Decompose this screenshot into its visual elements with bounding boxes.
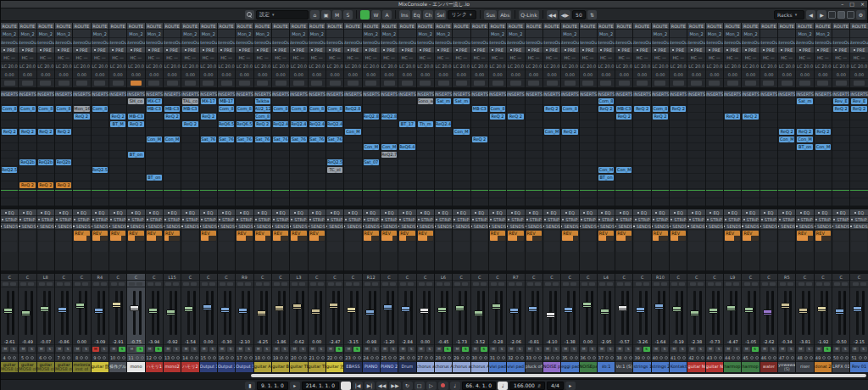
edit-channel-button[interactable] bbox=[816, 282, 822, 286]
edit-channel-button[interactable] bbox=[147, 282, 153, 286]
automation-button[interactable] bbox=[136, 282, 142, 286]
insert-slot[interactable]: MB-C3 bbox=[164, 105, 181, 113]
insert-slot[interactable] bbox=[398, 198, 415, 206]
transport-expand-button[interactable]: ▸ bbox=[565, 382, 576, 390]
input-routing[interactable]: Mon_2 bbox=[200, 30, 217, 38]
solo-button[interactable]: S bbox=[264, 347, 270, 352]
monitor-icon[interactable] bbox=[190, 356, 193, 359]
phase-button[interactable] bbox=[456, 81, 467, 86]
output-routing[interactable]: StereoOut bbox=[489, 38, 506, 47]
level-value[interactable]: -1.38 bbox=[561, 338, 578, 345]
pan-control[interactable]: C bbox=[670, 274, 687, 281]
level-value[interactable]: -0.28 bbox=[489, 338, 506, 345]
insert-slot[interactable] bbox=[561, 166, 578, 174]
insert-slot[interactable] bbox=[615, 128, 632, 136]
insert-slot[interactable] bbox=[236, 198, 253, 206]
automation-button[interactable] bbox=[462, 282, 468, 286]
insert-slot[interactable] bbox=[1, 98, 18, 105]
output-routing[interactable]: StereoOut bbox=[760, 38, 777, 47]
fader-track[interactable] bbox=[441, 291, 443, 335]
send-chip[interactable]: REV bbox=[273, 231, 288, 241]
mute-button[interactable]: M bbox=[798, 347, 804, 352]
monitor-icon[interactable] bbox=[497, 356, 500, 359]
solo-button[interactable]: S bbox=[155, 347, 162, 352]
insert-slot[interactable] bbox=[127, 181, 144, 189]
monitor-icon[interactable] bbox=[262, 356, 265, 359]
insert-slot[interactable]: Con_M bbox=[543, 128, 560, 136]
record-arm-icon[interactable] bbox=[773, 356, 776, 359]
insert-slot[interactable] bbox=[687, 113, 704, 120]
highcut-field[interactable]: HC — bbox=[127, 53, 144, 62]
pregain-field[interactable]: 0.00 bbox=[326, 70, 343, 79]
monitor-icon[interactable] bbox=[407, 356, 410, 359]
rack-strip-header[interactable]: STRIP bbox=[272, 216, 289, 223]
right-locator-display[interactable]: 66. 4. 1. 0 bbox=[462, 382, 497, 390]
automation-button[interactable] bbox=[787, 282, 793, 286]
insert-slot[interactable] bbox=[363, 198, 380, 206]
insert-slot[interactable] bbox=[633, 191, 650, 198]
insert-slot[interactable] bbox=[471, 166, 488, 174]
channel-strip[interactable]: ROUTE StereoOut PRE HC — LC 20.0 0.00 IN… bbox=[326, 23, 344, 372]
insert-slot[interactable] bbox=[526, 113, 542, 120]
rack-strip-header[interactable]: STRIP bbox=[742, 216, 759, 223]
rack-inserts-header[interactable]: INSERTS bbox=[417, 91, 434, 98]
lowcut-field[interactable]: LC 20.0 bbox=[778, 62, 795, 70]
level-value[interactable]: -4.25 bbox=[254, 338, 271, 345]
send-slot-1[interactable] bbox=[2, 231, 17, 241]
insert-slot[interactable] bbox=[236, 113, 253, 120]
mute-button[interactable]: M bbox=[418, 347, 425, 352]
insert-slot[interactable] bbox=[92, 143, 108, 151]
input-routing[interactable]: Mon_2 bbox=[290, 30, 307, 38]
highcut-field[interactable]: HC — bbox=[633, 53, 650, 62]
input-routing[interactable]: Mon_2 bbox=[254, 30, 271, 38]
level-value[interactable]: -2.47 bbox=[326, 338, 343, 345]
lowcut-field[interactable]: LC 20.0 bbox=[272, 62, 289, 70]
rack-inserts-header[interactable]: INSERTS bbox=[652, 91, 669, 98]
insert-slot[interactable] bbox=[453, 174, 470, 181]
monitor-icon[interactable] bbox=[714, 356, 717, 359]
insert-chip[interactable]: Con_M bbox=[364, 144, 379, 150]
rack-inserts-header[interactable]: INSERTS bbox=[850, 91, 867, 98]
channel-name[interactable]: harmop off bbox=[742, 362, 759, 372]
send-level-bar[interactable] bbox=[201, 236, 216, 241]
insert-slot[interactable] bbox=[363, 120, 380, 128]
level-value[interactable]: -3.15 bbox=[344, 338, 361, 345]
insert-slot[interactable] bbox=[489, 181, 506, 189]
insert-slot[interactable]: Sat_m bbox=[453, 98, 470, 105]
input-routing[interactable]: Mon_2 bbox=[127, 30, 144, 38]
insert-slot[interactable] bbox=[724, 191, 741, 198]
insert-slot[interactable] bbox=[381, 105, 398, 113]
insert-slot[interactable] bbox=[796, 151, 813, 159]
automation-button[interactable] bbox=[101, 282, 107, 286]
monitor-icon[interactable] bbox=[316, 356, 320, 359]
insert-slot[interactable] bbox=[453, 198, 470, 206]
insert-slot[interactable] bbox=[398, 113, 415, 120]
solo-button[interactable]: S bbox=[209, 347, 216, 352]
lowcut-field[interactable]: LC 20.0 bbox=[254, 62, 271, 70]
insert-slot[interactable]: ReQ 2 bbox=[778, 128, 795, 136]
rack-eq-header[interactable]: EQ bbox=[326, 209, 343, 216]
insert-slot[interactable] bbox=[580, 191, 597, 198]
channel-strip[interactable]: ROUTE StereoOut PRE HC — LC 20.0 0.00 IN… bbox=[272, 23, 290, 372]
insert-chip[interactable]: Com_8 bbox=[562, 106, 577, 112]
insert-slot[interactable] bbox=[724, 136, 741, 143]
send-level-bar[interactable] bbox=[616, 236, 632, 241]
input-routing[interactable] bbox=[832, 30, 849, 38]
output-routing[interactable]: StereoOut bbox=[127, 38, 144, 47]
insert-slot[interactable] bbox=[19, 191, 36, 198]
edit-channel-button[interactable] bbox=[220, 282, 225, 286]
monitor-icon[interactable] bbox=[642, 356, 645, 359]
send-level-bar[interactable] bbox=[364, 236, 379, 241]
insert-chip[interactable]: BT_on bbox=[598, 175, 614, 181]
lowcut-field[interactable]: LC 20.0 bbox=[127, 62, 144, 70]
insert-chip[interactable]: Con_M bbox=[815, 144, 831, 150]
insert-slot[interactable] bbox=[706, 128, 723, 136]
rack-sends-header[interactable]: SENDS bbox=[381, 223, 398, 230]
record-arm-icon[interactable] bbox=[701, 356, 704, 359]
input-routing[interactable] bbox=[326, 30, 343, 38]
mute-button[interactable]: M bbox=[508, 347, 515, 352]
input-routing[interactable] bbox=[778, 30, 795, 38]
send-slot-1[interactable]: REV bbox=[725, 231, 740, 241]
pan-control[interactable]: C bbox=[687, 274, 704, 281]
solo-button[interactable]: S bbox=[281, 347, 288, 352]
